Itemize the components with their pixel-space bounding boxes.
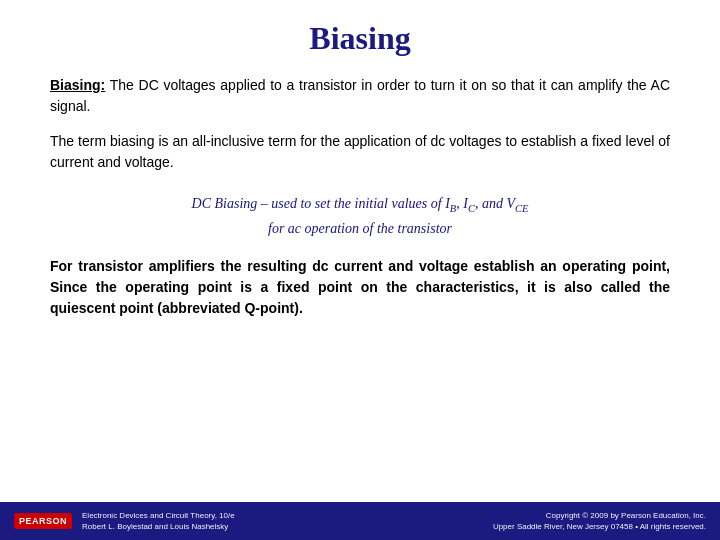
dc-biasing-line1: DC Biasing – used to set the initial val… [192,193,529,218]
dc-biasing-block: DC Biasing – used to set the initial val… [192,193,529,240]
dc-biasing-line2-text: for ac operation of the transistor [268,221,452,236]
paragraph-1: Biasing: The DC voltages applied to a tr… [50,75,670,117]
dc-biasing-line2: for ac operation of the transistor [192,218,529,240]
dc-biasing-prefix: DC Biasing – used to set the initial val… [192,196,529,211]
footer-copyright: Copyright © 2009 by Pearson Education, I… [493,510,706,532]
paragraph3-text: For transistor amplifiers the resulting … [50,258,670,316]
paragraph-2: The term biasing is an all-inclusive ter… [50,131,670,173]
copyright-text: Copyright © 2009 by Pearson Education, I… [493,510,706,521]
footer-book-info: Electronic Devices and Circuit Theory, 1… [82,510,235,532]
pearson-logo-text: PEARSON [19,516,67,526]
paragraph-3: For transistor amplifiers the resulting … [50,256,670,319]
footer: PEARSON Electronic Devices and Circuit T… [0,502,720,540]
address-text: Upper Saddle River, New Jersey 07458 • A… [493,521,706,532]
pearson-logo: PEARSON [14,513,72,529]
paragraph1-text: The DC voltages applied to a transistor … [50,77,670,114]
paragraph2-text: The term biasing is an all-inclusive ter… [50,133,670,170]
page-container: Biasing Biasing: The DC voltages applied… [0,0,720,540]
book-title: Electronic Devices and Circuit Theory, 1… [82,510,235,521]
biasing-label: Biasing: [50,77,105,93]
book-author: Robert L. Boylestad and Louis Nashelsky [82,521,235,532]
page-title: Biasing [50,20,670,57]
footer-left: PEARSON Electronic Devices and Circuit T… [14,510,493,532]
